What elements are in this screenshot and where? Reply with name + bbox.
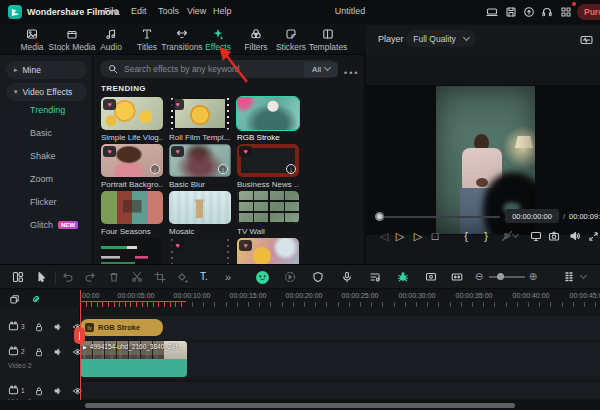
shield-icon[interactable] [310,269,326,285]
favorite-badge: ♥ [171,99,184,110]
av-settings-icon[interactable] [578,32,594,48]
group-mine[interactable]: ▸ Mine [6,61,87,79]
download-icon[interactable]: ↓ [218,164,228,174]
record-voiceover-icon[interactable] [339,269,355,285]
download-icon[interactable]: ↓ [286,164,296,174]
scrollbar-thumb[interactable] [85,403,515,408]
chevron-down-icon: ▾ [14,88,18,96]
mark-in-icon[interactable]: { [458,228,474,244]
playhead-line[interactable] [80,290,81,400]
crop-icon[interactable] [152,269,168,285]
split-scissors-icon[interactable] [129,269,145,285]
render-chevron-icon[interactable] [511,228,519,244]
sidebar-item-shake[interactable]: Shake [30,151,56,161]
track-lane-1[interactable] [80,382,600,399]
group-video-effects[interactable]: ▾ Video Effects [6,83,87,101]
ai-copilot-icon[interactable] [254,269,270,285]
effect-card[interactable]: TV Wall [237,191,299,224]
menu-tools[interactable]: Tools [158,6,179,16]
search-bar[interactable] [100,60,338,78]
menu-edit[interactable]: Edit [131,6,147,16]
sidebar-item-glitch[interactable]: Glitch NEW [30,220,78,230]
filter-dropdown[interactable]: All [304,62,338,77]
ruler-tick-label: 00:00:30:00 [399,292,436,299]
undo-icon[interactable] [60,269,76,285]
workspace-grid-icon[interactable] [558,4,574,20]
preview-quality-icon[interactable] [423,269,439,285]
effect-card[interactable]: Mosaic [169,191,231,224]
more-tools-icon[interactable]: » [220,269,236,285]
text-tool-icon[interactable]: T. [196,269,212,285]
volume-icon[interactable] [567,228,583,244]
lock-icon[interactable] [34,386,44,396]
timeline-ruler[interactable]: 00:00 00:00:05:00 00:00:10:00 00:00:15:0… [0,290,600,308]
scrubber-handle[interactable] [375,212,384,221]
audio-mixer-icon[interactable] [367,269,383,285]
menu-help[interactable]: Help [213,6,232,16]
quality-dropdown[interactable]: Full Quality [406,30,476,47]
purchase-button[interactable]: Purchase [577,4,600,20]
mark-out-icon[interactable]: } [478,228,494,244]
effect-card[interactable]: Four Seasons [101,191,163,224]
save-icon[interactable] [503,4,519,20]
effect-card[interactable]: ♥ ↓ Portrait Backgro... [101,144,163,177]
support-headset-icon[interactable] [539,4,555,20]
menu-file[interactable]: File [104,6,119,16]
playhead-handle[interactable] [74,327,85,344]
track-manager-chevron-icon[interactable] [578,269,588,285]
timeline-scrollbar[interactable] [0,400,600,410]
sidebar-item-flicker[interactable]: Flicker [30,197,57,207]
track-3-header: 3 [8,321,83,332]
timeline-zoom-slider[interactable] [489,276,525,278]
keyframe-icon[interactable] [174,269,190,285]
download-icon[interactable]: ↓ [150,164,160,174]
lock-icon[interactable] [34,322,44,332]
effect-card[interactable]: ♥ ↓ Basic Blur [169,144,231,177]
select-tool-icon[interactable] [34,269,50,285]
track-manager-icon[interactable] [561,269,577,285]
lock-icon[interactable] [34,347,44,357]
heart-icon: ♥ [243,148,247,155]
previous-frame-icon[interactable]: ◁ [376,228,392,244]
effect-card-selected[interactable]: RGB Stroke [237,97,299,130]
render-play-icon[interactable] [282,269,298,285]
mute-icon[interactable] [53,386,63,396]
workspace-layout-icon[interactable] [10,269,26,285]
effect-card[interactable]: ♥ Simple Life Vlog... [101,97,163,130]
auto-ripple-link-icon[interactable] [28,291,44,307]
zoom-in-icon[interactable]: ⊕ [525,269,541,285]
play-icon[interactable]: ▷ [410,228,426,244]
export-icon[interactable] [521,4,537,20]
delete-icon[interactable] [106,269,122,285]
fit-timeline-icon[interactable] [449,269,465,285]
search-input[interactable] [124,64,330,74]
tab-templates[interactable]: Templates [302,28,354,52]
menu-view[interactable]: View [187,6,206,16]
motion-tracking-icon[interactable] [395,269,411,285]
fullscreen-icon[interactable] [585,228,600,244]
next-frame-icon[interactable]: ▷ [392,228,408,244]
sidebar-item-basic[interactable]: Basic [30,128,52,138]
video-clip[interactable]: ▶ 4994154-uhd_2160_3840_24f... [80,341,187,377]
copy-tracks-icon[interactable] [6,291,22,307]
effect-card-partial[interactable] [101,238,163,264]
effect-card-partial[interactable]: ♥ [169,238,231,264]
sidebar-item-trending[interactable]: Trending [30,105,65,115]
ruler-tick-label: 00:00:20:00 [286,292,323,299]
effect-card[interactable]: ♥ Roll Film Templ... [169,97,231,130]
effect-clip-rgb-stroke[interactable]: fx RGB Stroke [80,319,163,336]
display-device-icon[interactable] [528,228,544,244]
mute-icon[interactable] [53,347,63,357]
snapshot-camera-icon[interactable] [546,228,562,244]
mute-icon[interactable] [53,322,63,332]
playback-scrubber[interactable] [378,216,500,218]
zoom-out-icon[interactable]: ⊖ [471,269,487,285]
stop-icon[interactable]: □ [427,228,443,244]
layout-mode-icon[interactable] [484,4,500,20]
effect-card[interactable]: ♥ ↓ Business News ... [237,144,299,177]
effect-card-partial[interactable]: ♥ [237,238,299,264]
sidebar-item-zoom[interactable]: Zoom [30,174,53,184]
redo-icon[interactable] [82,269,98,285]
timeline-zoom-handle[interactable] [497,273,504,280]
more-options-icon[interactable]: ••• [344,68,359,78]
